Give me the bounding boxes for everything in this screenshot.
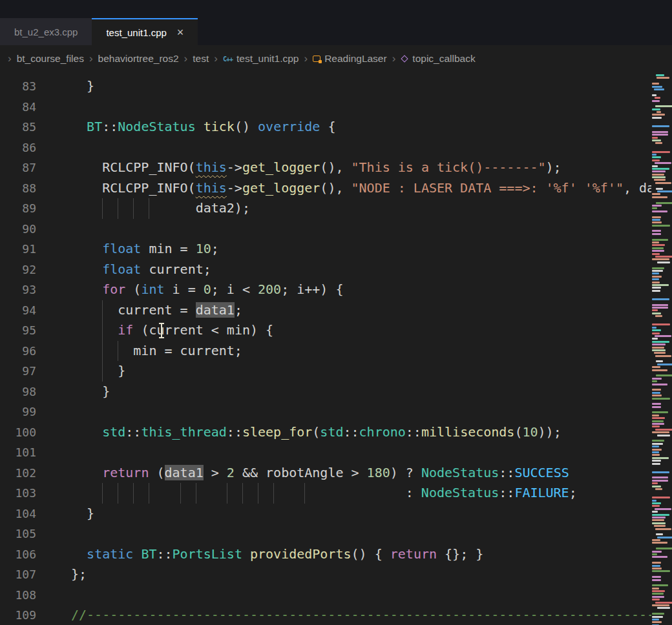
breadcrumb-item-test-unit1-cpp[interactable]: C++test_unit1.cpp xyxy=(223,53,299,65)
line-number[interactable]: 106 xyxy=(0,544,57,565)
code-line[interactable]: 106 static BT::PortsList providedPorts()… xyxy=(0,544,651,565)
code-line[interactable]: 98 } xyxy=(0,382,651,402)
line-number[interactable]: 91 xyxy=(0,239,57,260)
line-number[interactable]: 97 xyxy=(0,361,57,382)
code-line[interactable]: 104 } xyxy=(0,504,651,524)
code-line[interactable]: 101 xyxy=(0,442,651,463)
line-number[interactable]: 94 xyxy=(0,300,57,321)
minimap-row xyxy=(652,519,664,521)
breadcrumb-item-topic-callback[interactable]: topic_callback xyxy=(401,53,475,65)
code-line[interactable]: 96 min = current; xyxy=(0,341,651,362)
line-number[interactable]: 95 xyxy=(0,320,57,341)
tab-bt-u2-ex3[interactable]: bt_u2_ex3.cpp xyxy=(0,18,92,45)
code-line[interactable]: 86 xyxy=(0,138,651,158)
line-number[interactable]: 100 xyxy=(0,422,57,443)
minimap-row xyxy=(654,352,665,354)
minimap-row xyxy=(656,188,662,190)
code-line[interactable]: 107}; xyxy=(0,564,651,585)
code-line[interactable]: 84 xyxy=(0,97,651,118)
line-number[interactable]: 87 xyxy=(0,158,57,178)
minimap-row xyxy=(656,74,664,76)
breadcrumb-item-readinglaser[interactable]: ReadingLaser xyxy=(313,53,387,65)
line-number[interactable]: 86 xyxy=(0,138,57,158)
minimap-row xyxy=(655,256,672,258)
line-number[interactable]: 102 xyxy=(0,463,57,484)
line-number[interactable]: 99 xyxy=(0,402,57,422)
code-text xyxy=(57,138,651,158)
breadcrumb-item-behaviortree-ros2[interactable]: behaviortree_ros2 xyxy=(98,53,179,65)
breadcrumb-item-test[interactable]: test xyxy=(193,53,209,65)
code-line[interactable]: 94 current = data1; xyxy=(0,300,651,321)
code-token: NodeStatus xyxy=(118,119,195,134)
minimap-row xyxy=(651,145,672,147)
minimap-row xyxy=(651,91,672,93)
code-text xyxy=(57,97,651,118)
minimap[interactable] xyxy=(651,72,672,625)
code-line[interactable]: 105 xyxy=(0,524,651,544)
code-token: NodeStatus xyxy=(421,485,499,500)
line-number[interactable]: 85 xyxy=(0,117,57,138)
code-token: 10 xyxy=(522,424,538,440)
code-line[interactable]: 92 float current; xyxy=(0,260,651,280)
line-number[interactable]: 88 xyxy=(0,178,57,199)
breadcrumb: ›bt_course_files›behaviortree_ros2›test›… xyxy=(0,45,672,72)
minimap-row xyxy=(652,411,668,413)
minimap-row xyxy=(652,244,665,246)
vscode-window: bt_u2_ex3.cpp test_unit1.cpp × ›bt_cours… xyxy=(0,0,672,625)
line-number[interactable]: 105 xyxy=(0,524,57,544)
line-number[interactable]: 84 xyxy=(0,97,57,118)
code-line[interactable]: 109//-----------------------------------… xyxy=(0,605,651,625)
minimap-row xyxy=(652,616,663,618)
line-number[interactable]: 96 xyxy=(0,341,57,362)
code-line[interactable]: 90 xyxy=(0,219,651,240)
code-line[interactable]: 99 xyxy=(0,402,651,422)
minimap-row xyxy=(651,199,672,201)
indent-guide xyxy=(118,483,118,504)
line-number[interactable]: 92 xyxy=(0,260,57,280)
minimap-row xyxy=(651,400,672,402)
line-number[interactable]: 108 xyxy=(0,585,57,606)
code-line[interactable]: 85 BT::NodeStatus tick() override { xyxy=(0,117,651,138)
minimap-row xyxy=(656,548,672,549)
code-token: ); xyxy=(546,159,562,175)
code-text: } xyxy=(57,382,651,402)
code-line[interactable]: 93 for (int i = 0; i < 200; i++) { xyxy=(0,280,651,300)
minimap-row xyxy=(652,369,667,371)
line-number[interactable]: 107 xyxy=(0,564,57,585)
minimap-row xyxy=(655,315,662,317)
code-lines[interactable]: 83 }8485 BT::NodeStatus tick() override … xyxy=(0,72,651,625)
code-line[interactable]: 100 std::this_thread::sleep_for(std::chr… xyxy=(0,422,651,443)
line-number[interactable]: 98 xyxy=(0,382,57,402)
minimap-row xyxy=(652,210,667,212)
code-token: :: xyxy=(499,485,514,500)
indent-guide xyxy=(102,341,103,362)
minimap-row xyxy=(652,380,657,382)
line-number[interactable]: 90 xyxy=(0,219,57,240)
line-number[interactable]: 101 xyxy=(0,442,57,463)
code-line[interactable]: 97 } xyxy=(0,361,651,382)
code-line[interactable]: 83 } xyxy=(0,76,651,97)
line-number[interactable]: 93 xyxy=(0,280,57,300)
line-number[interactable]: 103 xyxy=(0,483,57,504)
code-token: :: xyxy=(156,546,172,562)
code-line[interactable]: 103 : NodeStatus::FAILURE; xyxy=(0,483,651,504)
minimap-row xyxy=(652,403,661,405)
code-line[interactable]: 88 RCLCPP_INFO(this->get_logger(), "NODE… xyxy=(0,178,651,199)
line-number[interactable]: 89 xyxy=(0,198,57,219)
line-number[interactable]: 104 xyxy=(0,504,57,524)
code-line[interactable]: 108 xyxy=(0,585,651,606)
editor[interactable]: 83 }8485 BT::NodeStatus tick() override … xyxy=(0,72,672,625)
minimap-row xyxy=(652,276,662,278)
code-line[interactable]: 87 RCLCPP_INFO(this->get_logger(), "This… xyxy=(0,158,651,178)
code-line[interactable]: 102 return (data1 > 2 && robotAngle > 18… xyxy=(0,463,651,484)
code-line[interactable]: 89 data2); xyxy=(0,198,651,219)
minimap-row xyxy=(652,117,662,119)
minimap-row xyxy=(652,415,659,416)
line-number[interactable]: 83 xyxy=(0,76,57,97)
code-line[interactable]: 91 float min = 10; xyxy=(0,239,651,260)
tab-test-unit1[interactable]: test_unit1.cpp × xyxy=(92,18,198,45)
breadcrumb-item-bt-course-files[interactable]: bt_course_files xyxy=(17,53,84,65)
line-number[interactable]: 109 xyxy=(0,605,57,625)
code-line[interactable]: 95 if (current < min) { xyxy=(0,320,651,341)
close-icon[interactable]: × xyxy=(177,26,184,38)
